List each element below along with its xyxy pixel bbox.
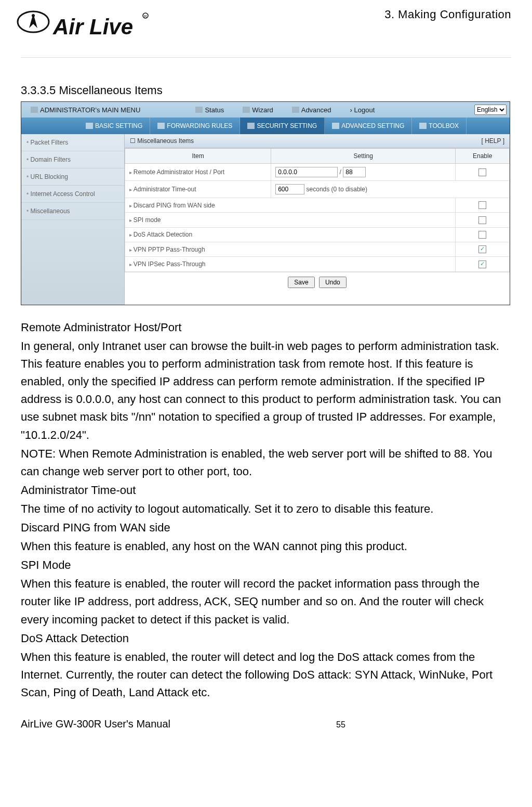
- toolbox-icon: [419, 123, 427, 129]
- heading-dos: DoS Attack Detection: [21, 630, 511, 647]
- table-row: VPN PPTP Pass-Through: [125, 242, 510, 256]
- row-ping-label: Discard PING from WAN side: [125, 198, 456, 213]
- col-enable: Enable: [456, 149, 510, 164]
- settings-table: Item Setting Enable Remote Administrator…: [125, 148, 510, 272]
- para-note: NOTE: When Remote Administration is enab…: [21, 445, 511, 480]
- row-dos-label: DoS Attack Detection: [125, 227, 456, 242]
- advanced-setting-icon: [332, 123, 339, 129]
- sidebar-item-internet-access[interactable]: Internet Access Control: [21, 186, 124, 203]
- panel-title: Miscellaneous Items: [137, 137, 194, 145]
- config-screenshot: ADMINISTRATOR's MAIN MENU Status Wizard …: [21, 101, 510, 305]
- table-row: VPN IPSec Pass-Through: [125, 257, 510, 271]
- para-timeout: The time of no activity to logout automa…: [21, 500, 511, 518]
- chapter-label: 3. Making Configuration: [384, 8, 511, 21]
- admin-main-menu-label: ADMINISTRATOR's MAIN MENU: [21, 106, 150, 114]
- heading-spi: SPI Mode: [21, 556, 511, 574]
- tab-basic-setting[interactable]: BASIC SETTING: [78, 118, 150, 134]
- status-icon: [195, 107, 203, 113]
- para-dos: When this feature is enabled, the router…: [21, 648, 511, 701]
- basic-icon: [86, 123, 93, 129]
- col-setting: Setting: [271, 149, 456, 164]
- remote-enable-checkbox[interactable]: [478, 168, 486, 176]
- nav-wizard[interactable]: Wizard: [233, 106, 282, 114]
- advanced-icon: [292, 107, 299, 113]
- sidebar-item-domain-filters[interactable]: Domain Filters: [21, 151, 124, 168]
- save-button[interactable]: Save: [288, 277, 314, 288]
- language-select[interactable]: English: [474, 105, 507, 115]
- table-row: Administrator Time-out seconds (0 to dis…: [125, 181, 510, 198]
- security-icon: [247, 123, 255, 129]
- table-row: Discard PING from WAN side: [125, 198, 510, 213]
- svg-text:R: R: [144, 14, 147, 19]
- sidebar: Packet Filters Domain Filters URL Blocki…: [21, 134, 125, 305]
- sep: /: [340, 168, 341, 176]
- table-row: SPI mode: [125, 213, 510, 227]
- body-text: Remote Administrator Host/Port In genera…: [21, 319, 511, 701]
- ping-enable-checkbox[interactable]: [478, 201, 486, 209]
- para-ping: When this feature is enabled, any host o…: [21, 538, 511, 555]
- tab-advanced-setting[interactable]: ADVANCED SETTING: [325, 118, 412, 134]
- row-pptp-label: VPN PPTP Pass-Through: [125, 242, 456, 256]
- heading-ping: Discard PING from WAN side: [21, 519, 511, 537]
- svg-text:Air Live: Air Live: [52, 15, 133, 39]
- help-link[interactable]: [ HELP ]: [482, 137, 504, 145]
- timeout-input[interactable]: [275, 184, 304, 194]
- nav-logout[interactable]: › Logout: [341, 106, 384, 114]
- undo-button[interactable]: Undo: [319, 277, 347, 288]
- table-row: DoS Attack Detection: [125, 227, 510, 242]
- footer-manual-name: AirLive GW-300R User's Manual: [21, 718, 170, 730]
- sidebar-item-miscellaneous[interactable]: Miscellaneous: [21, 203, 124, 220]
- svg-point-1: [32, 14, 35, 17]
- spi-enable-checkbox[interactable]: [478, 216, 486, 224]
- airlive-logo: Air Live R: [16, 3, 151, 51]
- dos-enable-checkbox[interactable]: [478, 231, 486, 239]
- sidebar-item-url-blocking[interactable]: URL Blocking: [21, 168, 124, 186]
- table-row: Remote Administrator Host / Port /: [125, 164, 510, 181]
- para-remote: In general, only Intranet user can brows…: [21, 337, 511, 444]
- forwarding-icon: [157, 123, 165, 129]
- para-spi: When this feature is enabled, the router…: [21, 575, 511, 628]
- nav-advanced[interactable]: Advanced: [283, 106, 341, 114]
- ipsec-enable-checkbox[interactable]: [478, 261, 486, 268]
- sidebar-item-packet-filters[interactable]: Packet Filters: [21, 134, 124, 151]
- tab-toolbox[interactable]: TOOLBOX: [412, 118, 467, 134]
- remote-port-input[interactable]: [343, 167, 366, 177]
- nav-status[interactable]: Status: [186, 106, 233, 114]
- row-spi-label: SPI mode: [125, 213, 456, 227]
- tab-forwarding-rules[interactable]: FORWARDING RULES: [150, 118, 240, 134]
- heading-timeout: Administrator Time-out: [21, 481, 511, 499]
- col-item: Item: [125, 149, 271, 164]
- row-remote-label: Remote Administrator Host / Port: [125, 164, 271, 181]
- section-title: 3.3.3.5 Miscellaneous Items: [21, 84, 511, 97]
- remote-host-input[interactable]: [275, 167, 338, 177]
- heading-remote: Remote Administrator Host/Port: [21, 319, 511, 336]
- pptp-enable-checkbox[interactable]: [478, 245, 486, 253]
- tab-security-setting[interactable]: SECURITY SETTING: [240, 118, 325, 134]
- home-icon: [31, 107, 38, 113]
- page-number: 55: [336, 720, 345, 730]
- row-ipsec-label: VPN IPSec Pass-Through: [125, 257, 456, 271]
- row-timeout-label: Administrator Time-out: [125, 181, 271, 198]
- wizard-icon: [243, 107, 250, 113]
- timeout-suffix: seconds (0 to disable): [307, 186, 367, 193]
